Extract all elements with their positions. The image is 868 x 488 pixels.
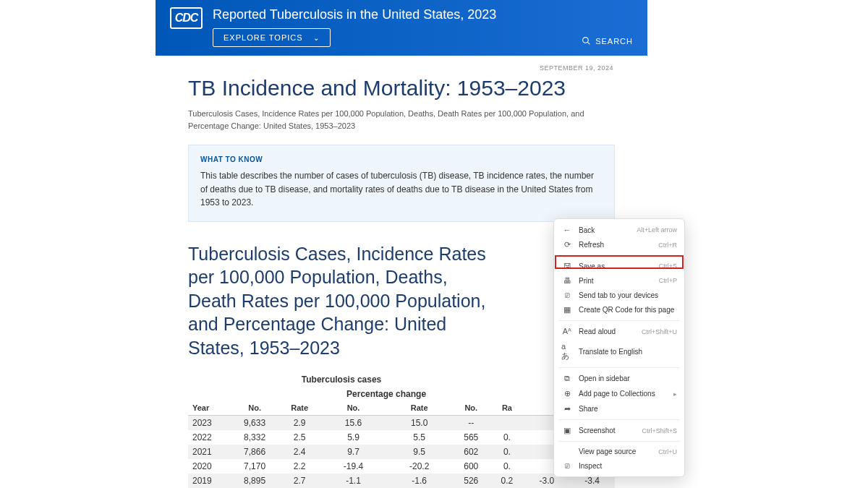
cdc-logo-text: CDC xyxy=(175,12,198,25)
context-menu-label: Print xyxy=(579,277,659,285)
cell-c_prate: 5.5 xyxy=(386,430,452,445)
context-menu-label: View page source xyxy=(579,448,658,455)
save-as-icon: 🖫 xyxy=(561,262,573,270)
read-aloud-icon: Aᴬ xyxy=(561,327,573,336)
col-cases-rate: Rate xyxy=(278,401,320,416)
context-menu-send-tab[interactable]: ⎚Send tab to your devices xyxy=(554,288,684,302)
data-table: Tuberculosis cases Percentage change Yea… xyxy=(188,372,615,488)
cell-c_no: 9,633 xyxy=(231,416,279,431)
cell-c_no: 7,170 xyxy=(231,459,279,474)
cdc-logo[interactable]: CDC xyxy=(170,7,203,29)
cell-c_rate: 2.4 xyxy=(278,445,320,459)
table-row: 20217,8662.49.79.56020. xyxy=(188,445,615,459)
context-menu-label: Save as xyxy=(579,262,659,270)
cell-c_prate: -20.2 xyxy=(386,459,452,474)
what-to-know-label: WHAT TO KNOW xyxy=(200,155,603,163)
context-menu-qr-code[interactable]: ▦Create QR Code for this page xyxy=(554,302,684,317)
open-sidebar-icon: ⧉ xyxy=(561,374,573,383)
context-menu-open-sidebar[interactable]: ⧉Open in sidebar xyxy=(554,371,684,386)
cell-year: 2022 xyxy=(188,430,231,445)
context-menu-label: Back xyxy=(579,226,637,234)
cell-d_no: 602 xyxy=(452,445,490,459)
cell-d_rate: 0.2 xyxy=(490,474,524,488)
cell-c_prate: 15.0 xyxy=(386,416,452,431)
context-menu-separator xyxy=(558,255,680,256)
qr-code-icon: ▦ xyxy=(561,305,573,314)
search-button[interactable]: SEARCH xyxy=(582,36,633,46)
table-row: 20207,1702.2-19.4-20.26000. xyxy=(188,459,615,474)
context-menu-shortcut: Ctrl+U xyxy=(658,448,677,455)
cell-d_rate: 0. xyxy=(490,430,524,445)
cell-d_rate: 0. xyxy=(490,459,524,474)
context-menu-label: Share xyxy=(579,405,677,413)
cell-c_no: 7,866 xyxy=(231,445,279,459)
cell-c_prate: -1.6 xyxy=(386,474,452,488)
context-menu-label: Inspect xyxy=(579,462,677,470)
context-menu-label: Translate to English xyxy=(579,348,677,356)
col-deaths-rate: Ra xyxy=(490,401,524,416)
cell-c_rate: 2.2 xyxy=(278,459,320,474)
what-to-know-body: This table describes the number of cases… xyxy=(200,169,603,210)
search-icon xyxy=(582,36,591,46)
page-subtitle: Tuberculosis Cases, Incidence Rates per … xyxy=(188,108,615,132)
context-menu-shortcut: Alt+Left arrow xyxy=(637,226,677,234)
context-menu-separator xyxy=(558,320,680,321)
cell-d_no: -- xyxy=(452,416,490,431)
col-cases-no: No. xyxy=(231,401,279,416)
cell-c_no: 8,895 xyxy=(231,474,279,488)
context-menu-screenshot[interactable]: ▣ScreenshotCtrl+Shift+S xyxy=(554,423,684,438)
context-menu-print[interactable]: 🖶PrintCtrl+P xyxy=(554,273,684,288)
cell-c_rate: 2.5 xyxy=(278,430,320,445)
col-group-pct: Percentage change xyxy=(320,387,452,401)
context-menu-shortcut: Ctrl+P xyxy=(659,277,677,284)
context-menu-inspect[interactable]: ⎚Inspect xyxy=(554,458,684,473)
col-group-cases: Tuberculosis cases xyxy=(231,372,452,387)
context-menu-view-source[interactable]: View page sourceCtrl+U xyxy=(554,445,684,458)
context-menu[interactable]: ←BackAlt+Left arrow⟳RefreshCtrl+R🖫Save a… xyxy=(553,218,685,477)
cell-d_rate xyxy=(490,416,524,431)
cell-c_rate: 2.7 xyxy=(278,474,320,488)
context-menu-shortcut: Ctrl+R xyxy=(658,241,677,249)
section-title: Tuberculosis Cases, Incidence Rates per … xyxy=(188,242,492,360)
context-menu-back[interactable]: ←BackAlt+Left arrow xyxy=(554,223,684,237)
col-cases-pct-no: No. xyxy=(320,401,386,416)
share-icon: ➦ xyxy=(561,404,573,414)
translate-icon: aあ xyxy=(561,342,573,361)
cell-c_pno: 5.9 xyxy=(320,430,386,445)
context-menu-label: Send tab to your devices xyxy=(579,291,677,299)
svg-line-1 xyxy=(587,42,590,44)
context-menu-label: Refresh xyxy=(579,241,658,249)
cell-c_pno: -1.1 xyxy=(320,474,386,488)
cell-d_rate: 0. xyxy=(490,445,524,459)
cell-c_no: 8,332 xyxy=(231,430,279,445)
chevron-down-icon: ⌄ xyxy=(313,34,320,42)
context-menu-translate[interactable]: aあTranslate to English xyxy=(554,339,684,364)
cell-year: 2020 xyxy=(188,459,231,474)
context-menu-collections[interactable]: ⊕Add page to Collections▸ xyxy=(554,386,684,401)
back-icon: ← xyxy=(561,226,573,234)
explore-topics-label: EXPLORE TOPICS xyxy=(224,33,303,42)
print-icon: 🖶 xyxy=(561,276,573,285)
refresh-icon: ⟳ xyxy=(561,240,573,249)
context-menu-label: Screenshot xyxy=(579,427,642,435)
context-menu-save-as[interactable]: 🖫Save asCtrl+S xyxy=(554,259,684,273)
explore-topics-button[interactable]: EXPLORE TOPICS ⌄ xyxy=(213,28,331,47)
col-deaths-no: No. xyxy=(452,401,490,416)
site-title: Reported Tuberculosis in the United Stat… xyxy=(213,7,633,22)
svg-point-0 xyxy=(583,38,589,43)
screenshot-icon: ▣ xyxy=(561,426,573,435)
cell-c_rate: 2.9 xyxy=(278,416,320,431)
cell-c_pno: 9.7 xyxy=(320,445,386,459)
context-menu-separator xyxy=(558,419,680,420)
context-menu-read-aloud[interactable]: AᴬRead aloudCtrl+Shift+U xyxy=(554,324,684,339)
context-menu-share[interactable]: ➦Share xyxy=(554,401,684,416)
context-menu-refresh[interactable]: ⟳RefreshCtrl+R xyxy=(554,237,684,252)
publish-date: SEPTEMBER 19, 2024 xyxy=(188,64,615,72)
table-row: 20239,6332.915.615.0-- xyxy=(188,416,615,431)
cell-d_no: 600 xyxy=(452,459,490,474)
context-menu-label: Add page to Collections xyxy=(579,390,673,398)
what-to-know-box: WHAT TO KNOW This table describes the nu… xyxy=(188,145,615,222)
context-menu-shortcut: Ctrl+Shift+U xyxy=(642,328,677,335)
cell-c_pno: -19.4 xyxy=(320,459,386,474)
cell-d_no: 526 xyxy=(452,474,490,488)
